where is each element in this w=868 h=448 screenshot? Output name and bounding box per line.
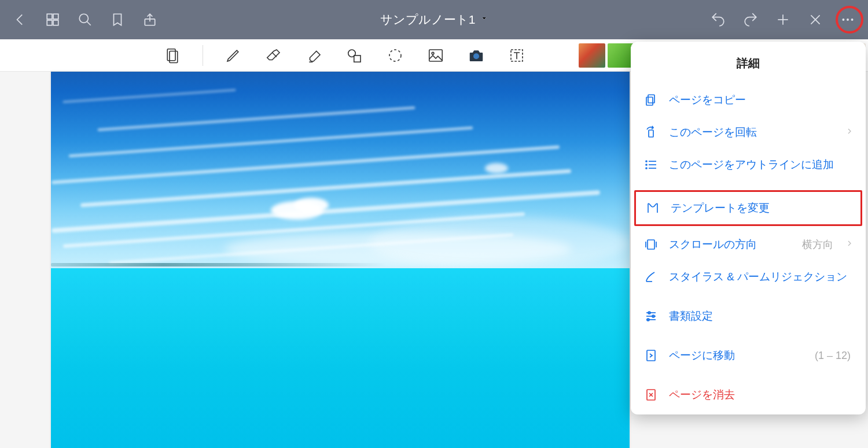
tool-group bbox=[162, 45, 527, 66]
svg-rect-1 bbox=[53, 14, 58, 19]
menu-stylus-palm[interactable]: スタイラス & パームリジェクション bbox=[631, 261, 866, 293]
menu-label: スクロールの方向 bbox=[669, 237, 792, 252]
page-tool-icon[interactable] bbox=[162, 45, 183, 66]
menu-label: ページをコピー bbox=[669, 92, 853, 108]
topbar-left-group bbox=[12, 11, 159, 28]
svg-point-11 bbox=[842, 18, 844, 21]
search-icon[interactable] bbox=[76, 11, 94, 28]
menu-add-outline[interactable]: このページをアウトラインに追加 bbox=[631, 149, 866, 181]
svg-line-16 bbox=[273, 53, 277, 57]
menu-label: 書類設定 bbox=[669, 309, 853, 324]
svg-rect-25 bbox=[646, 97, 653, 105]
highlighter-tool-icon[interactable] bbox=[304, 45, 325, 66]
menu-clear-page[interactable]: ページを消去 bbox=[631, 379, 866, 411]
document-title: サンプルノート1 bbox=[380, 12, 476, 28]
topbar-right-group bbox=[709, 11, 856, 28]
page-background-image bbox=[51, 72, 630, 448]
menu-label: このページをアウトラインに追加 bbox=[669, 157, 853, 172]
svg-point-22 bbox=[473, 53, 479, 59]
undo-icon[interactable] bbox=[709, 11, 727, 28]
svg-rect-18 bbox=[354, 55, 361, 62]
add-icon[interactable] bbox=[774, 11, 792, 28]
menu-label: ページに移動 bbox=[669, 348, 804, 363]
menu-label: ページを消去 bbox=[669, 387, 853, 402]
svg-point-4 bbox=[79, 14, 88, 23]
svg-point-30 bbox=[646, 161, 647, 162]
template-icon bbox=[645, 201, 660, 216]
shapes-tool-icon[interactable] bbox=[344, 45, 365, 66]
note-page[interactable] bbox=[51, 72, 630, 448]
svg-rect-24 bbox=[648, 95, 654, 103]
page-thumbnail[interactable] bbox=[579, 43, 605, 68]
copy-icon bbox=[643, 92, 659, 108]
svg-rect-42 bbox=[647, 350, 655, 361]
stylus-icon bbox=[643, 269, 659, 284]
outline-icon bbox=[643, 157, 659, 172]
svg-rect-26 bbox=[649, 130, 653, 137]
chevron-right-icon bbox=[846, 239, 853, 250]
svg-point-21 bbox=[432, 52, 434, 54]
text-tool-icon[interactable] bbox=[506, 45, 527, 66]
details-popup: 詳細 ページをコピー このページを回転 このページをアウトラインに追加 テンプレ… bbox=[631, 42, 866, 414]
image-tool-icon[interactable] bbox=[425, 45, 446, 66]
annotation-highlight-box: テンプレートを変更 bbox=[634, 190, 862, 226]
top-navigation-bar: サンプルノート1 bbox=[0, 0, 868, 39]
grid-icon[interactable] bbox=[44, 11, 61, 28]
menu-value: (1 – 12) bbox=[815, 350, 851, 362]
bookmark-icon[interactable] bbox=[109, 11, 126, 28]
svg-point-19 bbox=[389, 50, 401, 61]
scroll-icon bbox=[643, 237, 659, 252]
svg-rect-0 bbox=[47, 14, 52, 19]
menu-label: このページを回転 bbox=[669, 125, 836, 140]
topbar-title-group[interactable]: サンプルノート1 bbox=[380, 12, 488, 28]
menu-change-template[interactable]: テンプレートを変更 bbox=[636, 192, 860, 224]
goto-icon bbox=[643, 348, 659, 363]
chevron-down-icon bbox=[480, 14, 488, 25]
menu-document-settings[interactable]: 書類設定 bbox=[631, 300, 866, 332]
lasso-tool-icon[interactable] bbox=[385, 45, 406, 66]
back-icon[interactable] bbox=[12, 11, 29, 28]
svg-rect-2 bbox=[47, 20, 52, 25]
clear-icon bbox=[643, 387, 659, 402]
menu-scroll-direction[interactable]: スクロールの方向 横方向 bbox=[631, 228, 866, 261]
menu-value: 横方向 bbox=[802, 238, 833, 251]
svg-point-31 bbox=[646, 164, 647, 165]
rotate-icon bbox=[643, 125, 659, 140]
svg-point-32 bbox=[646, 168, 647, 169]
share-icon[interactable] bbox=[141, 11, 159, 28]
popup-title: 詳細 bbox=[631, 42, 866, 84]
pen-tool-icon[interactable] bbox=[223, 45, 244, 66]
redo-icon[interactable] bbox=[742, 11, 759, 28]
camera-tool-icon[interactable] bbox=[466, 45, 487, 66]
svg-point-13 bbox=[851, 18, 854, 21]
svg-point-12 bbox=[847, 18, 849, 21]
divider bbox=[203, 45, 203, 66]
svg-rect-20 bbox=[429, 50, 443, 61]
more-icon[interactable] bbox=[839, 11, 856, 28]
chevron-right-icon bbox=[846, 127, 853, 138]
eraser-tool-icon[interactable] bbox=[263, 45, 284, 66]
menu-copy-page[interactable]: ページをコピー bbox=[631, 84, 866, 116]
svg-rect-3 bbox=[53, 20, 58, 25]
menu-goto-page[interactable]: ページに移動 (1 – 12) bbox=[631, 339, 866, 372]
menu-label: テンプレートを変更 bbox=[671, 201, 851, 216]
close-icon[interactable] bbox=[807, 11, 824, 28]
menu-rotate-page[interactable]: このページを回転 bbox=[631, 116, 866, 149]
menu-label: スタイラス & パームリジェクション bbox=[669, 269, 853, 284]
svg-rect-33 bbox=[648, 240, 654, 249]
settings-icon bbox=[643, 309, 659, 324]
svg-line-5 bbox=[87, 21, 91, 25]
